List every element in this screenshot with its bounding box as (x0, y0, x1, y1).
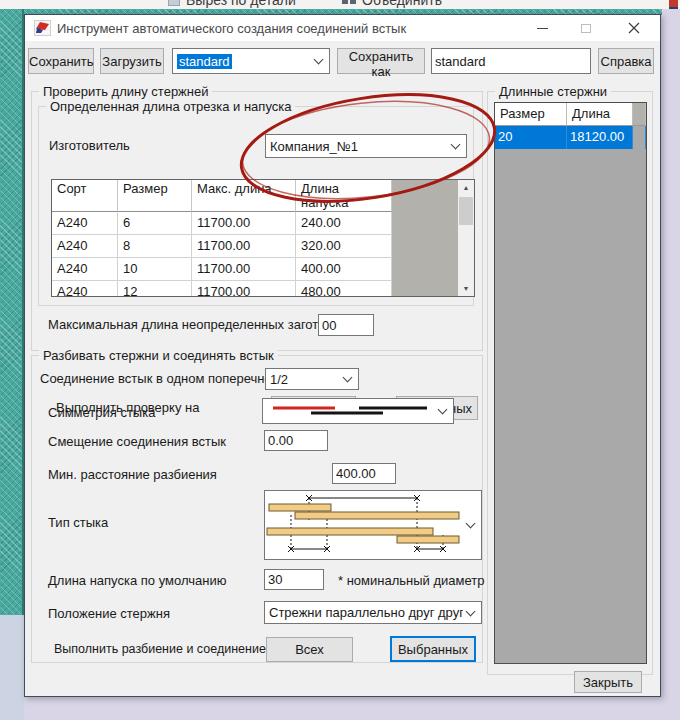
left-lower-strip (0, 615, 24, 720)
table-cell[interactable]: 11700.00 (192, 212, 296, 235)
close-dialog-button[interactable]: Закрыть (574, 671, 642, 693)
toolbar-item-label: Вырез по детали (186, 0, 296, 8)
table-cell-stub (633, 126, 646, 149)
dialog-window: Инструмент автоматического создания соед… (24, 14, 661, 697)
lengths-table: Сорт Размер Макс. длина Длина напуска A2… (51, 179, 475, 297)
column-header: Длина (567, 103, 633, 126)
manufacturer-combobox[interactable]: Компания_№1 (265, 134, 467, 158)
long-bars-table: Размер Длина 20 18120.00 (494, 102, 647, 664)
chevron-down-icon (448, 135, 466, 157)
group-title: Проверить длину стержней (39, 84, 212, 99)
bar-position-combobox[interactable]: Стрежни параллельно друг другу (264, 601, 482, 624)
save-as-button[interactable]: Сохранить как (337, 48, 425, 74)
column-header: Сорт (52, 180, 118, 212)
bar-position-value: Стрежни параллельно друг другу (265, 605, 463, 620)
offset-label: Смещение соединения встык (48, 431, 226, 452)
max-undefined-label: Максимальная длина неопределенных загото… (48, 314, 345, 336)
scroll-up-icon[interactable]: ▲ (458, 180, 474, 195)
table-cell[interactable]: 8 (118, 235, 192, 258)
preset-value: standard (177, 54, 232, 69)
app-icon (34, 20, 51, 36)
scroll-down-icon[interactable]: ▼ (458, 281, 474, 296)
chevron-down-icon (311, 49, 329, 73)
table-cell[interactable]: A240 (52, 235, 118, 258)
table-cell[interactable]: A240 (52, 258, 118, 281)
table-cell[interactable]: 12 (118, 281, 192, 297)
desktop-background: Вырез по детали Объединить Инструмент ав… (0, 0, 680, 720)
lap-length-label: Длина напуска по умолчанию (48, 570, 226, 591)
min-distance-input[interactable] (332, 463, 396, 484)
maximize-button[interactable] (569, 15, 603, 41)
load-button[interactable]: Загрузить (100, 48, 164, 74)
app-corner-icon (669, 0, 678, 9)
table-cell[interactable]: 6 (118, 212, 192, 235)
defined-length-subgroup: Определенная длина отрезка и напуска Изг… (38, 106, 474, 306)
bar-position-label: Положение стержня (48, 602, 170, 625)
split-all-button[interactable]: Всех (266, 637, 353, 662)
table-cell[interactable]: 11700.00 (192, 258, 296, 281)
table-cell[interactable]: 400.00 (296, 258, 392, 281)
toolbar-item-label: Объединить (362, 0, 442, 8)
cut-by-part-icon (168, 0, 180, 6)
preset-combobox[interactable]: standard (172, 48, 330, 74)
column-header: Размер (495, 103, 567, 126)
group-title: Длинные стержни (495, 84, 611, 99)
symmetry-label: Симметрия стыка (48, 400, 155, 426)
table-cell[interactable]: A240 (52, 281, 118, 297)
lap-length-input[interactable] (264, 569, 324, 590)
model-view-strip-left (0, 9, 24, 615)
combine-icon (342, 0, 356, 4)
table-cell[interactable]: 20 (495, 126, 567, 149)
help-button[interactable]: Справка (598, 48, 654, 74)
table-cell[interactable]: A240 (52, 212, 118, 235)
cross-section-label: Соединение встык в одном поперечном сеч (40, 368, 270, 390)
table-cell[interactable]: 240.00 (296, 212, 392, 235)
check-length-group: Проверить длину стержней Определенная дл… (31, 91, 483, 351)
table-cell[interactable]: 320.00 (296, 235, 392, 258)
long-bars-group: Длинные стержни Размер Длина 20 18120.00 (487, 91, 653, 675)
symmetry-combobox[interactable] (262, 398, 454, 424)
close-button[interactable] (617, 15, 651, 41)
group-title: Разбивать стержни и соединять встык (39, 348, 278, 363)
save-button[interactable]: Сохранить (28, 48, 94, 74)
toolbar-item-combine[interactable]: Объединить (342, 0, 442, 8)
column-header: Размер (118, 180, 192, 212)
chevron-down-icon (435, 399, 453, 423)
chevron-down-icon (340, 369, 358, 389)
table-cell[interactable]: 480.00 (296, 281, 392, 297)
maximize-icon (581, 24, 591, 33)
column-header: Макс. длина (192, 180, 296, 212)
subgroup-title: Определенная длина отрезка и напуска (46, 99, 295, 114)
table-cell[interactable]: 18120.00 (567, 126, 633, 149)
split-splice-group: Разбивать стержни и соединять встык Соед… (31, 355, 483, 663)
table-empty-area (392, 180, 459, 296)
background-toolbar: Вырез по детали Объединить (0, 0, 680, 9)
splice-type-graphic-icon (265, 491, 463, 557)
column-header-stub (633, 103, 646, 126)
cross-section-value: 1/2 (266, 372, 340, 387)
offset-input[interactable] (264, 430, 328, 451)
title-bar: Инструмент автоматического создания соед… (25, 15, 660, 41)
table-row-selected[interactable]: 20 18120.00 (495, 126, 646, 149)
table-cell[interactable]: 11700.00 (192, 235, 296, 258)
minimize-icon (537, 28, 548, 29)
manufacturer-value: Компания_№1 (266, 139, 448, 154)
close-icon (628, 22, 640, 34)
cross-section-combobox[interactable]: 1/2 (265, 368, 359, 390)
split-selected-button[interactable]: Выбранных (390, 636, 476, 662)
lap-length-note: * номинальный диаметр (338, 570, 484, 591)
save-as-input[interactable] (431, 48, 591, 74)
symmetry-graphic-icon (263, 399, 431, 421)
column-header: Длина напуска (296, 180, 392, 212)
min-distance-label: Мин. расстояние разбиения (48, 464, 217, 485)
table-cell[interactable]: 11700.00 (192, 281, 296, 297)
scrollbar-thumb[interactable] (459, 197, 473, 225)
minimize-button[interactable] (525, 15, 559, 41)
chevron-down-icon (463, 491, 481, 559)
table-scrollbar[interactable]: ▲ ▼ (458, 180, 474, 296)
chevron-down-icon (463, 602, 481, 623)
table-cell[interactable]: 10 (118, 258, 192, 281)
max-undefined-input[interactable] (318, 314, 374, 336)
toolbar-item-cut-by-part[interactable]: Вырез по детали (168, 0, 296, 8)
splice-type-combobox[interactable] (264, 490, 482, 560)
